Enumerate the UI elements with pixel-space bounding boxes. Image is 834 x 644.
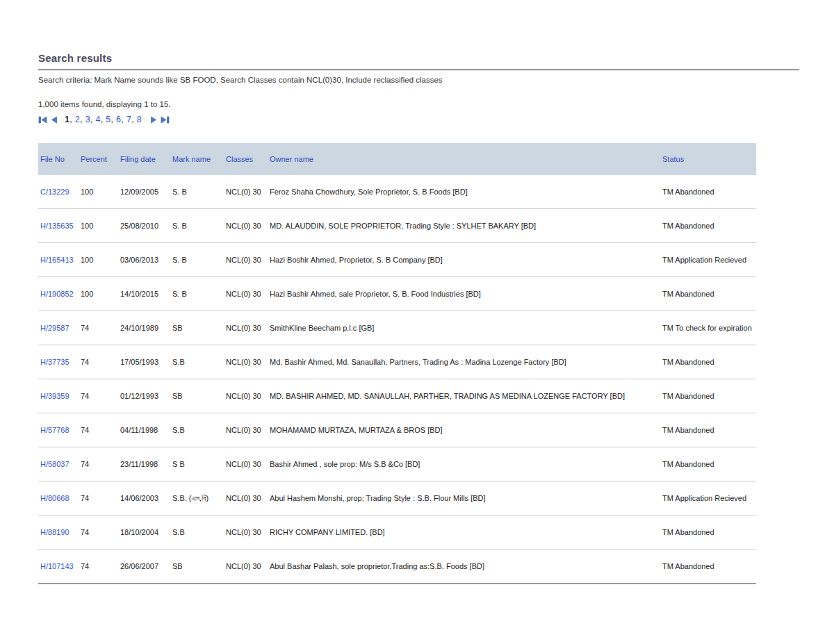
cell-filing-date: 04/11/1998 (118, 413, 170, 447)
file-no-link[interactable]: H/58037 (40, 460, 70, 468)
page-number-link[interactable]: 3 (85, 115, 90, 124)
file-no-link[interactable]: H/107143 (40, 562, 74, 570)
cell-file-no: H/57768 (38, 413, 79, 447)
table-row: H/806687414/06/2003S.B. (এস,বি)NCL(0) 30… (38, 481, 756, 515)
cell-status: TM Abandoned (660, 277, 756, 311)
column-header-filing-date[interactable]: Filing date (118, 143, 170, 175)
cell-file-no: H/37735 (38, 345, 79, 379)
cell-status: TM Abandoned (660, 515, 756, 550)
page-separator: , (80, 115, 85, 124)
cell-status: TM Abandoned (660, 345, 756, 379)
column-header-file-no[interactable]: File No (38, 143, 79, 175)
cell-classes: NCL(0) 30 (224, 550, 268, 584)
column-header-mark-name[interactable]: Mark name (170, 143, 224, 175)
cell-classes: NCL(0) 30 (224, 175, 268, 209)
table-row: H/13563510025/08/2010S. BNCL(0) 30MD. AL… (38, 209, 756, 243)
cell-filing-date: 25/08/2010 (118, 209, 170, 243)
cell-status: TM Abandoned (660, 379, 756, 413)
cell-owner-name: MD. ALAUDDIN, SOLE PROPRIETOR, Trading S… (268, 209, 660, 243)
cell-status: TM Abandoned (660, 447, 756, 481)
column-header-classes[interactable]: Classes (224, 143, 268, 175)
page-number-link[interactable]: 2 (75, 115, 80, 124)
cell-mark-name: S.B (170, 413, 224, 447)
first-page-icon[interactable] (38, 115, 48, 124)
cell-file-no: H/39359 (38, 379, 79, 413)
cell-filing-date: 17/05/1993 (118, 345, 170, 379)
cell-classes: NCL(0) 30 (224, 243, 268, 277)
cell-classes: NCL(0) 30 (224, 277, 268, 311)
cell-mark-name: S. B (170, 277, 224, 311)
cell-classes: NCL(0) 30 (224, 447, 268, 481)
page-number-link[interactable]: 8 (137, 115, 142, 124)
table-row: H/393597401/12/1993SBNCL(0) 30MD. BASHIR… (38, 379, 756, 413)
cell-filing-date: 24/10/1989 (118, 311, 170, 345)
file-no-link[interactable]: H/29587 (40, 324, 70, 332)
cell-percent: 100 (79, 175, 118, 209)
cell-owner-name: Bashir Ahmed , sole prop: M/s S.B &Co [B… (268, 447, 660, 481)
file-no-link[interactable]: H/190852 (40, 290, 74, 298)
file-no-link[interactable]: H/37735 (40, 358, 70, 366)
cell-filing-date: 26/06/2007 (118, 550, 170, 584)
cell-owner-name: Hazi Bashir Ahmed, sale Proprietor, S. B… (268, 277, 660, 311)
cell-classes: NCL(0) 30 (224, 413, 268, 447)
page-title: Search results (38, 52, 799, 69)
cell-filing-date: 03/06/2013 (118, 243, 170, 277)
cell-percent: 74 (79, 550, 118, 584)
cell-percent: 74 (79, 413, 118, 447)
cell-file-no: H/58037 (38, 447, 79, 481)
file-no-link[interactable]: H/135635 (40, 222, 74, 230)
cell-file-no: H/80668 (38, 481, 79, 515)
page-separator: , (131, 115, 137, 124)
table-row: H/16541310003/06/2013S. BNCL(0) 30Hazi B… (38, 243, 756, 277)
file-no-link[interactable]: H/39359 (40, 392, 70, 400)
cell-filing-date: 01/12/1993 (118, 379, 170, 413)
cell-file-no: C/13229 (38, 175, 79, 209)
file-no-link[interactable]: H/88190 (40, 528, 70, 536)
cell-owner-name: MOHAMAMD MURTAZA, MURTAZA & BROS [BD] (268, 413, 660, 447)
next-page-icon[interactable] (149, 115, 158, 124)
cell-owner-name: MD. BASHIR AHMED, MD. SANAULLAH, PARTHER… (268, 379, 660, 413)
cell-percent: 100 (79, 209, 118, 243)
search-results-page: Search results Search criteria: Mark Nam… (38, 52, 799, 584)
cell-mark-name: S. B (170, 175, 224, 209)
previous-page-icon[interactable] (50, 115, 58, 124)
column-header-status[interactable]: Status (660, 143, 756, 175)
cell-classes: NCL(0) 30 (224, 209, 268, 243)
file-no-link[interactable]: H/57768 (40, 426, 70, 434)
cell-status: TM Abandoned (660, 413, 756, 447)
file-no-link[interactable]: H/165413 (40, 256, 74, 264)
cell-filing-date: 14/06/2003 (118, 481, 170, 515)
cell-mark-name: SB (170, 550, 224, 584)
cell-percent: 74 (79, 515, 118, 550)
cell-classes: NCL(0) 30 (224, 345, 268, 379)
page-separator: , (111, 115, 117, 124)
page-number-link[interactable]: 5 (106, 115, 111, 124)
table-row: H/580377423/11/1998S BNCL(0) 30Bashir Ah… (38, 447, 756, 481)
file-no-link[interactable]: C/13229 (40, 188, 70, 196)
table-row: H/881907418/10/2004S.BNCL(0) 30RICHY COM… (38, 515, 756, 550)
cell-owner-name: SmithKline Beecham p.l.c [GB] (268, 311, 660, 345)
cell-status: TM Application Recieved (660, 243, 756, 277)
table-row: H/19085210014/10/2015S. BNCL(0) 30Hazi B… (38, 277, 756, 311)
cell-status: TM Application Recieved (660, 481, 756, 515)
table-header-row: File NoPercentFiling dateMark nameClasse… (38, 143, 756, 175)
page-number-link[interactable]: 4 (95, 115, 100, 124)
cell-filing-date: 14/10/2015 (118, 277, 170, 311)
items-found-text: 1,000 items found, displaying 1 to 15. (38, 100, 799, 108)
table-row: H/1071437426/06/2007SBNCL(0) 30Abul Bash… (38, 550, 756, 584)
cell-filing-date: 12/09/2005 (118, 175, 170, 209)
cell-owner-name: Feroz Shaha Chowdhury, Sole Proprietor, … (268, 175, 660, 209)
column-header-percent[interactable]: Percent (79, 143, 118, 175)
cell-file-no: H/190852 (38, 277, 79, 311)
cell-mark-name: S.B (170, 345, 224, 379)
results-table: File NoPercentFiling dateMark nameClasse… (38, 143, 756, 584)
file-no-link[interactable]: H/80668 (40, 494, 70, 502)
table-row: H/377357417/05/1993S.BNCL(0) 30Md. Bashi… (38, 345, 756, 379)
cell-classes: NCL(0) 30 (224, 379, 268, 413)
cell-percent: 74 (79, 311, 118, 345)
page-links: 1, 2, 3, 4, 5, 6, 7, 8 (65, 115, 142, 124)
page-separator: , (70, 115, 75, 124)
search-criteria-text: Search criteria: Mark Name sounds like S… (38, 76, 799, 84)
last-page-icon[interactable] (160, 115, 170, 124)
column-header-owner-name[interactable]: Owner name (268, 143, 660, 175)
